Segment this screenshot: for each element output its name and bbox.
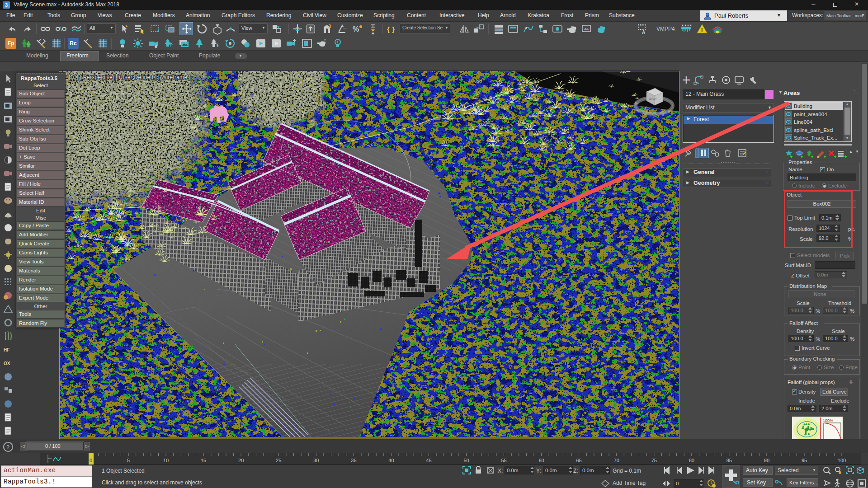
svg-text:HF: HF (4, 347, 9, 352)
svg-text:85: 85 (726, 458, 732, 463)
svg-text:{: { (387, 25, 390, 33)
svg-text:0: 0 (90, 458, 92, 463)
svg-text:}: } (392, 25, 395, 33)
svg-text:60: 60 (538, 458, 544, 463)
svg-text:25: 25 (276, 458, 281, 463)
svg-text:FRONT: FRONT (649, 98, 656, 101)
svg-text:?: ? (6, 444, 9, 450)
svg-text:75: 75 (651, 458, 657, 463)
svg-text:OX: OX (4, 361, 10, 366)
svg-text:100%: 100% (823, 418, 833, 423)
svg-text:∟: ∟ (343, 24, 347, 29)
svg-text:3: 3 (328, 23, 331, 29)
svg-text:40: 40 (388, 458, 394, 463)
svg-text:70: 70 (614, 458, 619, 463)
svg-text:[ + ] [ Perspective ] [ User D: [ + ] [ Perspective ] [ User Defined ] [… (69, 74, 190, 80)
svg-text:30: 30 (313, 458, 319, 463)
svg-text:80: 80 (689, 458, 694, 463)
svg-text:20: 20 (238, 458, 244, 463)
svg-text:65: 65 (576, 458, 581, 463)
svg-text:45: 45 (426, 458, 431, 463)
svg-text:50: 50 (463, 458, 469, 463)
svg-text:%: % (353, 25, 359, 33)
svg-text:10: 10 (163, 458, 169, 463)
svg-text:95: 95 (802, 458, 807, 463)
svg-text:A: A (642, 30, 645, 35)
svg-text:15: 15 (201, 458, 206, 463)
svg-text:90: 90 (764, 458, 769, 463)
svg-text:100: 100 (838, 458, 846, 463)
svg-text:35: 35 (351, 458, 356, 463)
svg-text:!: ! (701, 27, 703, 33)
svg-text:5: 5 (127, 458, 130, 463)
svg-text:55: 55 (501, 458, 506, 463)
